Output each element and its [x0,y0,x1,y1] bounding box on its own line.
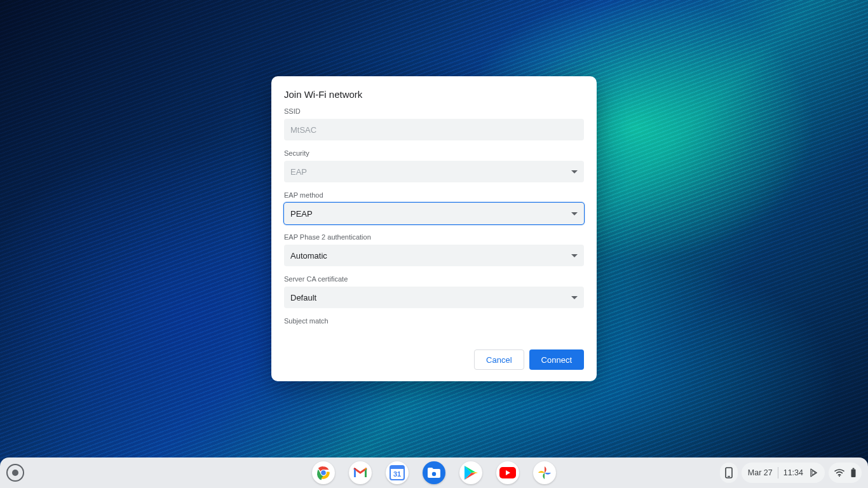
calendar-icon: 31 [389,464,405,481]
launcher-icon [12,470,18,476]
ca-cert-value: Default [290,293,316,302]
status-datetime[interactable]: Mar 27 11:34 [742,463,825,483]
chevron-down-icon [571,170,578,173]
svg-rect-4 [390,466,404,469]
launcher-button[interactable] [6,464,24,482]
desktop: Join Wi-Fi network SSID MtSAC Security E… [0,0,868,488]
subject-match-label: Subject match [284,317,584,325]
connect-button[interactable]: Connect [529,349,584,370]
chevron-down-icon [571,296,578,299]
app-files[interactable] [423,461,445,484]
divider [778,467,778,478]
status-date: Mar 27 [748,468,773,477]
shelf-status: Mar 27 11:34 [720,462,862,484]
phone-icon [725,467,733,478]
dialog-title: Join Wi-Fi network [271,76,597,107]
svg-point-6 [432,472,436,476]
shelf: 31 [0,458,868,488]
security-select: EAP [284,161,584,182]
ssid-input: MtSAC [284,119,584,140]
svg-rect-11 [851,470,856,478]
chevron-down-icon [571,212,578,215]
files-icon [427,467,441,478]
quick-settings-button[interactable] [829,463,862,483]
app-gmail[interactable] [349,461,372,484]
photos-icon [537,465,552,480]
phase2-select[interactable]: Automatic [284,245,584,266]
shelf-left [6,464,24,482]
battery-icon [850,468,857,478]
cancel-button[interactable]: Cancel [474,349,524,370]
phone-hub-button[interactable] [720,463,738,483]
dialog-footer: Cancel Connect [271,341,597,381]
svg-text:31: 31 [393,470,401,478]
app-chrome[interactable] [312,461,335,484]
phase2-label: EAP Phase 2 authentication [284,233,584,241]
field-ssid: SSID MtSAC [284,107,584,140]
wifi-icon [834,468,845,477]
dialog-body: SSID MtSAC Security EAP EAP method PEAP [271,107,597,341]
chevron-down-icon [571,254,578,257]
app-calendar[interactable]: 31 [386,461,409,484]
status-time: 11:34 [783,468,803,477]
ssid-value: MtSAC [290,125,316,135]
join-wifi-dialog: Join Wi-Fi network SSID MtSAC Security E… [271,76,597,381]
ssid-label: SSID [284,107,584,115]
ca-cert-label: Server CA certificate [284,275,584,283]
security-label: Security [284,149,584,157]
field-subject-match: Subject match [284,317,584,325]
scroll-fade [271,329,597,341]
eap-method-select[interactable]: PEAP [284,203,584,224]
eap-method-label: EAP method [284,191,584,199]
youtube-icon [499,467,516,478]
svg-rect-12 [853,468,855,470]
play-store-icon [464,465,478,480]
field-eap-method: EAP method PEAP [284,191,584,224]
app-youtube[interactable] [496,461,519,484]
gmail-icon [353,467,368,478]
phase2-value: Automatic [290,251,327,261]
svg-rect-9 [728,476,730,477]
app-photos[interactable] [533,461,556,484]
field-security: Security EAP [284,149,584,182]
field-ca-cert: Server CA certificate Default [284,275,584,308]
ca-cert-select[interactable]: Default [284,287,584,308]
shelf-apps: 31 [312,461,556,484]
chrome-icon [315,464,332,481]
eap-method-value: PEAP [290,209,313,219]
security-value: EAP [290,167,307,177]
field-phase2: EAP Phase 2 authentication Automatic [284,233,584,266]
svg-point-10 [839,475,840,477]
play-outline-icon [808,468,818,478]
app-play-store[interactable] [459,461,482,484]
